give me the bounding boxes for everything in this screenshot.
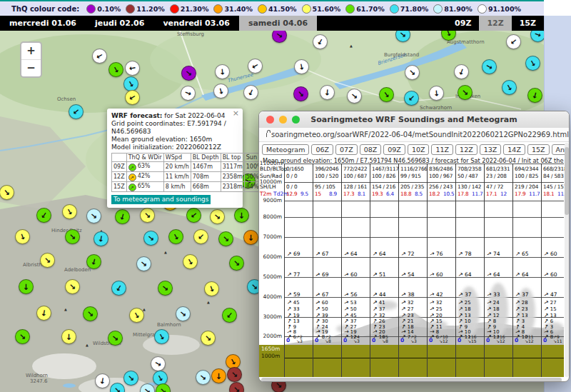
- t2m-cell: 12.9: [286, 191, 297, 197]
- wind-marker[interactable]: →: [186, 208, 201, 223]
- zoom-in-button[interactable]: +: [21, 43, 41, 59]
- wind-marker[interactable]: →: [454, 64, 469, 79]
- meteogram-button-15z[interactable]: 15Z: [527, 144, 550, 155]
- wind-marker[interactable]: →: [111, 281, 126, 296]
- zoom-out-button[interactable]: −: [21, 59, 41, 76]
- meteogram-button-12z[interactable]: 12Z: [455, 144, 477, 155]
- wind-marker[interactable]: →: [19, 279, 34, 294]
- wind-marker[interactable]: →: [15, 229, 30, 244]
- meteogram-button-09z[interactable]: 09Z: [383, 144, 405, 155]
- wind-marker[interactable]: →: [229, 256, 244, 271]
- wind-marker[interactable]: →: [65, 229, 80, 244]
- wind-marker[interactable]: →: [458, 85, 473, 100]
- wind-marker[interactable]: →: [181, 86, 196, 101]
- meteogram-button-10z[interactable]: 10Z: [408, 144, 430, 155]
- wind-marker[interactable]: →: [215, 64, 230, 79]
- close-icon[interactable]: ×: [233, 109, 239, 117]
- wind-marker[interactable]: →: [108, 331, 123, 346]
- wind-marker[interactable]: →: [15, 329, 30, 344]
- wind-marker[interactable]: →: [347, 89, 362, 104]
- wind-marker[interactable]: →: [168, 229, 183, 244]
- wind-marker[interactable]: →: [65, 279, 80, 294]
- meteogram-button-08z[interactable]: 08Z: [360, 144, 382, 155]
- wind-marker[interactable]: →: [62, 204, 77, 219]
- meteogram-button-13z[interactable]: 13Z: [480, 144, 502, 155]
- wind-marker[interactable]: →: [176, 306, 191, 321]
- time-tab-09z[interactable]: 09Z: [447, 16, 479, 31]
- wind-marker[interactable]: →: [136, 256, 151, 271]
- wind-marker[interactable]: →: [320, 85, 335, 100]
- wind-marker[interactable]: →: [123, 76, 138, 91]
- wind-marker[interactable]: →: [108, 62, 123, 77]
- wind-marker[interactable]: →: [229, 382, 244, 392]
- day-tab-mercredi[interactable]: mercredi 01.06: [0, 16, 86, 31]
- wind-marker[interactable]: →: [429, 86, 444, 101]
- horizontal-scrollbar[interactable]: [261, 378, 562, 382]
- wind-marker[interactable]: →: [83, 306, 98, 321]
- wind-marker[interactable]: →: [94, 231, 108, 246]
- day-tab-jeudi[interactable]: jeudi 02.06: [86, 16, 153, 31]
- wind-marker[interactable]: →: [115, 209, 130, 224]
- wind-marker[interactable]: →: [181, 66, 196, 81]
- wind-marker[interactable]: →: [404, 91, 419, 106]
- wind-marker[interactable]: →: [204, 281, 219, 296]
- wind-marker[interactable]: →: [211, 368, 226, 383]
- wind-marker[interactable]: →: [123, 371, 138, 386]
- wind-marker[interactable]: →: [222, 308, 237, 323]
- wind-marker[interactable]: →: [154, 329, 169, 344]
- wind-marker[interactable]: →: [248, 59, 263, 74]
- wind-marker[interactable]: →: [313, 34, 328, 49]
- meteogram-button-14z[interactable]: 14Z: [503, 144, 525, 155]
- wind-marker[interactable]: →: [525, 56, 540, 71]
- wind-marker[interactable]: →: [69, 104, 84, 119]
- wind-marker[interactable]: →: [506, 34, 521, 49]
- wind-marker[interactable]: →: [527, 88, 542, 103]
- wind-marker[interactable]: →: [92, 49, 107, 64]
- wind-marker[interactable]: →: [140, 208, 155, 223]
- wind-marker[interactable]: →: [405, 65, 420, 80]
- wind-marker[interactable]: →: [193, 229, 208, 244]
- wind-marker[interactable]: →: [125, 61, 140, 76]
- time-tab-12z[interactable]: 12Z: [479, 16, 511, 31]
- meteogram-button-07z[interactable]: 07Z: [335, 144, 358, 155]
- day-tab-samedi[interactable]: samedi 04.06: [239, 16, 317, 31]
- wind-marker[interactable]: →: [151, 356, 166, 371]
- wind-marker[interactable]: →: [129, 308, 144, 323]
- wind-marker[interactable]: →: [158, 281, 173, 296]
- wind-marker[interactable]: →: [201, 331, 216, 346]
- wind-marker[interactable]: →: [243, 85, 258, 100]
- wind-marker[interactable]: →: [210, 209, 225, 224]
- wind-marker[interactable]: →: [36, 208, 51, 223]
- table-cell: 219 / 204: [515, 184, 538, 190]
- wind-marker[interactable]: →: [482, 59, 497, 74]
- meteogram-button-meteogram[interactable]: Meteogram: [262, 144, 309, 155]
- wind-marker[interactable]: →: [293, 86, 308, 101]
- wind-marker[interactable]: →: [213, 84, 228, 99]
- wind-marker[interactable]: →: [143, 231, 158, 246]
- to-meteogram-link[interactable]: To meteogram and soundings: [111, 195, 211, 204]
- wind-marker[interactable]: →: [234, 208, 249, 223]
- wind-marker[interactable]: →: [196, 370, 211, 385]
- wind-marker[interactable]: →: [183, 254, 198, 269]
- grid-vline: [512, 164, 513, 377]
- wind-marker[interactable]: →: [530, 31, 544, 42]
- wind-marker[interactable]: →: [125, 90, 140, 105]
- meteogram-button-11z[interactable]: 11Z: [431, 144, 453, 155]
- wind-marker[interactable]: →: [218, 231, 233, 246]
- wind-marker[interactable]: →: [243, 230, 258, 245]
- wind-marker[interactable]: →: [40, 253, 55, 268]
- meteogram-button-06z[interactable]: 06Z: [311, 144, 333, 155]
- time-tab-15z[interactable]: 15Z: [512, 16, 544, 31]
- wind-marker[interactable]: →: [0, 185, 14, 200]
- wind-marker[interactable]: →: [379, 87, 394, 102]
- wind-marker[interactable]: →: [86, 254, 101, 269]
- wind-marker[interactable]: →: [86, 208, 101, 223]
- wind-marker[interactable]: →: [61, 329, 76, 344]
- wind-marker[interactable]: →: [95, 373, 110, 388]
- wind-marker[interactable]: →: [227, 367, 242, 382]
- day-tab-vendredi[interactable]: vendredi 03.06: [153, 16, 239, 31]
- wind-marker[interactable]: →: [294, 59, 309, 74]
- wind-marker[interactable]: →: [36, 306, 51, 321]
- wind-marker[interactable]: →: [502, 80, 517, 95]
- vertical-scrollbar-thumb[interactable]: [565, 147, 569, 215]
